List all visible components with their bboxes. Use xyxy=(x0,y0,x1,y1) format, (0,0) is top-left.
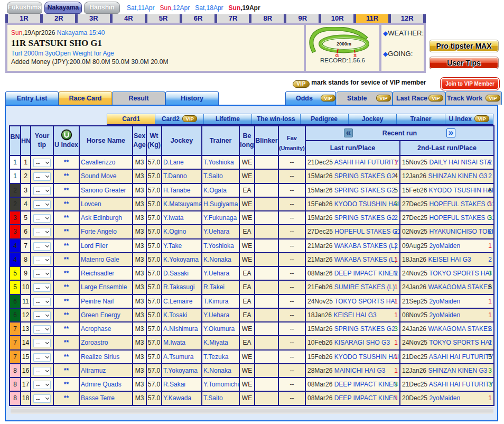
svg-text:2000m: 2000m xyxy=(337,41,351,47)
